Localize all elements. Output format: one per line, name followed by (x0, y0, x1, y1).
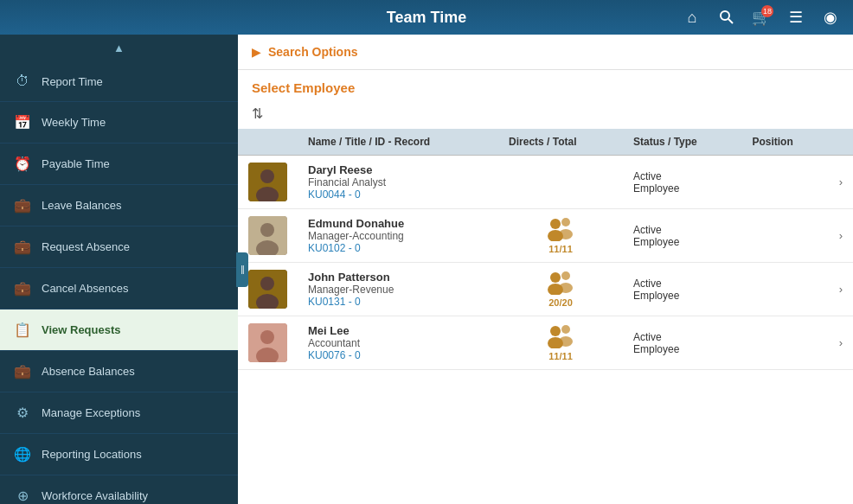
employee-name: Mei Lee (308, 324, 488, 337)
home-icon[interactable]: ⌂ (678, 3, 706, 31)
table-row[interactable]: Edmund Donahue Manager-Accounting KU0102… (238, 209, 853, 263)
availability-icon: ⊕ (14, 488, 31, 504)
sidebar-item-report-time[interactable]: ⏱ Report Time (0, 61, 238, 102)
sidebar-label: View Requests (42, 323, 121, 336)
employee-status: Active (633, 170, 731, 182)
employee-name: John Patterson (308, 271, 488, 284)
employee-avatar-cell (238, 156, 298, 209)
sort-icon[interactable]: ⇅ (252, 105, 263, 122)
avatar (248, 323, 287, 362)
col-name-title-id[interactable]: Name / Title / ID - Record (298, 129, 498, 156)
briefcase3-icon: 💼 (14, 280, 31, 297)
employee-name: Edmund Donahue (308, 217, 488, 230)
table-row[interactable]: John Patterson Manager-Revenue KU0131 - … (238, 263, 853, 316)
sidebar-item-leave-balances[interactable]: 💼 Leave Balances (0, 185, 238, 226)
employee-status-cell: Active Employee (623, 316, 741, 370)
row-chevron-cell[interactable]: › (829, 316, 853, 370)
sidebar-scroll-up[interactable]: ▲ (0, 35, 238, 61)
sidebar-item-cancel-absences[interactable]: 💼 Cancel Absences (0, 268, 238, 309)
directs-count: 11/11 (509, 244, 612, 254)
main-layout: ▲ ⏱ Report Time 📅 Weekly Time ⏰ Payable … (0, 35, 853, 504)
sort-bar: ⇅ (238, 102, 853, 129)
col-position[interactable]: Position (741, 129, 828, 156)
svg-point-8 (550, 219, 561, 229)
select-employee-header: Select Employee (238, 70, 853, 102)
sidebar-item-reporting-locations[interactable]: 🌐 Reporting Locations (0, 434, 238, 475)
briefcase2-icon: 💼 (14, 239, 31, 255)
col-status-type[interactable]: Status / Type (623, 129, 741, 156)
briefcase4-icon: 💼 (14, 363, 31, 380)
employee-id: KU0044 - 0 (308, 188, 488, 201)
row-chevron-cell[interactable]: › (829, 156, 853, 209)
sidebar-label: Report Time (42, 75, 103, 88)
sidebar-item-view-requests[interactable]: 📋 View Requests (0, 309, 238, 351)
sidebar-label: Weekly Time (42, 116, 106, 129)
sidebar-label: Request Absence (42, 240, 130, 253)
menu-icon[interactable]: ☰ (782, 3, 810, 31)
sidebar-label: Manage Exceptions (42, 406, 140, 419)
employee-name: Daryl Reese (308, 163, 488, 176)
employee-avatar-cell (238, 316, 298, 370)
svg-point-20 (260, 330, 274, 344)
sidebar-collapse-toggle[interactable]: ‖ (236, 252, 248, 287)
svg-line-1 (728, 19, 733, 23)
chevron-right-icon: › (839, 229, 843, 242)
employee-type: Employee (633, 236, 731, 248)
employee-id: KU0102 - 0 (308, 242, 488, 254)
search-icon[interactable] (713, 3, 741, 31)
employee-name-cell: Daryl Reese Financial Analyst KU0044 - 0 (298, 156, 498, 209)
table-row[interactable]: Daryl Reese Financial Analyst KU0044 - 0… (238, 156, 853, 209)
svg-point-22 (550, 326, 561, 336)
employee-table-container[interactable]: Name / Title / ID - Record Directs / Tot… (238, 129, 853, 504)
sidebar-label: Leave Balances (42, 199, 122, 212)
employee-type: Employee (633, 343, 731, 355)
chevron-right-icon: › (839, 336, 843, 349)
directs-group-icon (547, 217, 574, 244)
briefcase-icon: 💼 (14, 197, 31, 214)
user-circle-icon[interactable]: ◉ (817, 3, 844, 31)
sidebar-item-request-absence[interactable]: 💼 Request Absence (0, 226, 238, 268)
sidebar-item-workforce-availability[interactable]: ⊕ Workforce Availability (0, 475, 238, 504)
employee-title: Accountant (308, 337, 488, 349)
employee-position-cell (741, 316, 828, 370)
directs-count: 11/11 (509, 351, 612, 361)
app-header: Team Time ⌂ 🛒 18 ☰ ◉ (0, 0, 853, 35)
svg-point-18 (559, 283, 573, 293)
row-chevron-cell[interactable]: › (829, 209, 853, 263)
employee-name-cell: John Patterson Manager-Revenue KU0131 - … (298, 263, 498, 316)
svg-point-24 (561, 325, 570, 334)
col-directs-total[interactable]: Directs / Total (498, 129, 623, 156)
employee-directs-cell: 11/11 (498, 316, 623, 370)
employee-directs-cell (498, 156, 623, 209)
svg-point-25 (559, 336, 573, 347)
sidebar-label: Reporting Locations (42, 448, 142, 461)
employee-position-cell (741, 156, 828, 209)
employee-title: Financial Analyst (308, 176, 488, 188)
header-icon-group: ⌂ 🛒 18 ☰ ◉ (678, 3, 844, 31)
sidebar-label: Workforce Availability (42, 489, 148, 502)
sidebar-item-weekly-time[interactable]: 📅 Weekly Time (0, 102, 238, 144)
col-chevron (829, 129, 853, 156)
sidebar-item-payable-time[interactable]: ⏰ Payable Time (0, 144, 238, 185)
table-row[interactable]: Mei Lee Accountant KU0076 - 0 11/11 Acti… (238, 316, 853, 370)
svg-point-0 (721, 11, 729, 20)
search-options-arrow-icon: ▶ (252, 45, 261, 59)
employee-status: Active (633, 278, 731, 290)
row-chevron-cell[interactable]: › (829, 263, 853, 316)
sidebar-item-manage-exceptions[interactable]: ⚙ Manage Exceptions (0, 392, 238, 434)
cart-icon[interactable]: 🛒 18 (747, 3, 775, 31)
clock-icon: ⏱ (14, 73, 31, 89)
svg-point-3 (260, 169, 274, 183)
gear-icon: ⚙ (14, 405, 31, 421)
employee-position-cell (741, 209, 828, 263)
employee-status-cell: Active Employee (623, 156, 741, 209)
avatar (248, 216, 287, 255)
employee-status-cell: Active Employee (623, 209, 741, 263)
search-options-label: Search Options (268, 45, 357, 59)
search-options-bar[interactable]: ▶ Search Options (238, 35, 853, 70)
employee-type: Employee (633, 290, 731, 302)
sidebar-label: Cancel Absences (42, 282, 128, 295)
sidebar-item-absence-balances[interactable]: 💼 Absence Balances (0, 351, 238, 392)
svg-point-13 (260, 277, 274, 290)
employee-table: Name / Title / ID - Record Directs / Tot… (238, 129, 853, 370)
